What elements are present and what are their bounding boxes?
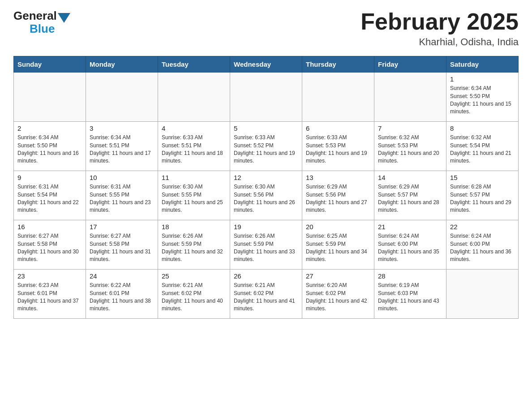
day-number: 25 bbox=[162, 272, 226, 280]
day-info: Sunrise: 6:31 AM Sunset: 5:54 PM Dayligh… bbox=[17, 183, 82, 214]
day-number: 27 bbox=[306, 272, 370, 280]
day-number: 11 bbox=[162, 174, 226, 181]
day-info: Sunrise: 6:34 AM Sunset: 5:51 PM Dayligh… bbox=[90, 134, 154, 165]
day-cell: 23Sunrise: 6:23 AM Sunset: 6:01 PM Dayli… bbox=[14, 270, 86, 319]
day-number: 24 bbox=[90, 272, 154, 280]
day-number: 4 bbox=[162, 124, 226, 132]
day-cell: 16Sunrise: 6:27 AM Sunset: 5:58 PM Dayli… bbox=[14, 220, 86, 270]
day-cell bbox=[86, 73, 158, 122]
day-info: Sunrise: 6:27 AM Sunset: 5:58 PM Dayligh… bbox=[90, 232, 154, 264]
day-info: Sunrise: 6:30 AM Sunset: 5:55 PM Dayligh… bbox=[162, 183, 226, 214]
day-cell: 17Sunrise: 6:27 AM Sunset: 5:58 PM Dayli… bbox=[86, 220, 158, 270]
header-day-monday: Monday bbox=[86, 56, 158, 73]
day-info: Sunrise: 6:33 AM Sunset: 5:53 PM Dayligh… bbox=[306, 134, 370, 165]
day-cell: 20Sunrise: 6:25 AM Sunset: 5:59 PM Dayli… bbox=[302, 220, 374, 270]
day-cell: 19Sunrise: 6:26 AM Sunset: 5:59 PM Dayli… bbox=[230, 220, 302, 270]
header-day-tuesday: Tuesday bbox=[158, 56, 230, 73]
week-row-2: 2Sunrise: 6:34 AM Sunset: 5:50 PM Daylig… bbox=[14, 122, 519, 171]
day-cell bbox=[14, 73, 86, 122]
page-header: General Blue February 2025 Kharhial, Odi… bbox=[13, 9, 519, 48]
day-cell: 10Sunrise: 6:31 AM Sunset: 5:55 PM Dayli… bbox=[86, 171, 158, 220]
day-number: 10 bbox=[90, 174, 154, 181]
day-info: Sunrise: 6:20 AM Sunset: 6:02 PM Dayligh… bbox=[306, 282, 370, 313]
day-cell: 9Sunrise: 6:31 AM Sunset: 5:54 PM Daylig… bbox=[14, 171, 86, 220]
month-title: February 2025 bbox=[360, 9, 519, 34]
day-cell: 11Sunrise: 6:30 AM Sunset: 5:55 PM Dayli… bbox=[158, 171, 230, 220]
day-info: Sunrise: 6:32 AM Sunset: 5:53 PM Dayligh… bbox=[378, 134, 442, 165]
day-info: Sunrise: 6:24 AM Sunset: 6:00 PM Dayligh… bbox=[378, 232, 442, 264]
header-day-friday: Friday bbox=[374, 56, 446, 73]
day-info: Sunrise: 6:21 AM Sunset: 6:02 PM Dayligh… bbox=[234, 282, 298, 313]
day-info: Sunrise: 6:29 AM Sunset: 5:56 PM Dayligh… bbox=[306, 183, 370, 214]
day-info: Sunrise: 6:26 AM Sunset: 5:59 PM Dayligh… bbox=[234, 232, 298, 264]
day-cell: 3Sunrise: 6:34 AM Sunset: 5:51 PM Daylig… bbox=[86, 122, 158, 171]
logo-blue-text: Blue bbox=[30, 22, 55, 36]
day-info: Sunrise: 6:34 AM Sunset: 5:50 PM Dayligh… bbox=[17, 134, 82, 165]
day-cell bbox=[158, 73, 230, 122]
week-row-5: 23Sunrise: 6:23 AM Sunset: 6:01 PM Dayli… bbox=[14, 270, 519, 319]
day-cell bbox=[446, 270, 519, 319]
day-cell: 15Sunrise: 6:28 AM Sunset: 5:57 PM Dayli… bbox=[446, 171, 519, 220]
day-number: 26 bbox=[234, 272, 298, 280]
day-info: Sunrise: 6:33 AM Sunset: 5:52 PM Dayligh… bbox=[234, 134, 298, 165]
day-cell: 26Sunrise: 6:21 AM Sunset: 6:02 PM Dayli… bbox=[230, 270, 302, 319]
week-row-3: 9Sunrise: 6:31 AM Sunset: 5:54 PM Daylig… bbox=[14, 171, 519, 220]
day-number: 21 bbox=[378, 223, 442, 231]
header-row: SundayMondayTuesdayWednesdayThursdayFrid… bbox=[14, 56, 519, 73]
day-info: Sunrise: 6:30 AM Sunset: 5:56 PM Dayligh… bbox=[234, 183, 298, 214]
header-day-sunday: Sunday bbox=[14, 56, 86, 73]
week-row-1: 1Sunrise: 6:34 AM Sunset: 5:50 PM Daylig… bbox=[14, 73, 519, 122]
day-cell: 22Sunrise: 6:24 AM Sunset: 6:00 PM Dayli… bbox=[446, 220, 519, 270]
day-info: Sunrise: 6:27 AM Sunset: 5:58 PM Dayligh… bbox=[17, 232, 82, 264]
day-info: Sunrise: 6:31 AM Sunset: 5:55 PM Dayligh… bbox=[90, 183, 154, 214]
header-day-saturday: Saturday bbox=[446, 56, 519, 73]
header-day-thursday: Thursday bbox=[302, 56, 374, 73]
day-info: Sunrise: 6:23 AM Sunset: 6:01 PM Dayligh… bbox=[17, 282, 82, 313]
logo-general-text: General bbox=[13, 9, 57, 23]
day-number: 28 bbox=[378, 272, 442, 280]
day-number: 9 bbox=[17, 174, 82, 181]
day-cell: 6Sunrise: 6:33 AM Sunset: 5:53 PM Daylig… bbox=[302, 122, 374, 171]
day-number: 6 bbox=[306, 124, 370, 132]
day-number: 12 bbox=[234, 174, 298, 181]
day-cell: 12Sunrise: 6:30 AM Sunset: 5:56 PM Dayli… bbox=[230, 171, 302, 220]
day-number: 8 bbox=[450, 124, 515, 132]
day-number: 7 bbox=[378, 124, 442, 132]
day-number: 23 bbox=[17, 272, 82, 280]
day-cell: 8Sunrise: 6:32 AM Sunset: 5:54 PM Daylig… bbox=[446, 122, 519, 171]
day-number: 18 bbox=[162, 223, 226, 231]
day-info: Sunrise: 6:21 AM Sunset: 6:02 PM Dayligh… bbox=[162, 282, 226, 313]
day-number: 2 bbox=[17, 124, 82, 132]
day-cell: 24Sunrise: 6:22 AM Sunset: 6:01 PM Dayli… bbox=[86, 270, 158, 319]
day-number: 20 bbox=[306, 223, 370, 231]
day-cell: 27Sunrise: 6:20 AM Sunset: 6:02 PM Dayli… bbox=[302, 270, 374, 319]
day-cell: 4Sunrise: 6:33 AM Sunset: 5:51 PM Daylig… bbox=[158, 122, 230, 171]
day-number: 14 bbox=[378, 174, 442, 181]
day-cell: 25Sunrise: 6:21 AM Sunset: 6:02 PM Dayli… bbox=[158, 270, 230, 319]
calendar-table: SundayMondayTuesdayWednesdayThursdayFrid… bbox=[13, 56, 519, 319]
day-info: Sunrise: 6:19 AM Sunset: 6:03 PM Dayligh… bbox=[378, 282, 442, 313]
day-number: 22 bbox=[450, 223, 515, 231]
header-day-wednesday: Wednesday bbox=[230, 56, 302, 73]
day-info: Sunrise: 6:22 AM Sunset: 6:01 PM Dayligh… bbox=[90, 282, 154, 313]
day-number: 13 bbox=[306, 174, 370, 181]
day-cell: 7Sunrise: 6:32 AM Sunset: 5:53 PM Daylig… bbox=[374, 122, 446, 171]
day-info: Sunrise: 6:26 AM Sunset: 5:59 PM Dayligh… bbox=[162, 232, 226, 264]
day-cell: 13Sunrise: 6:29 AM Sunset: 5:56 PM Dayli… bbox=[302, 171, 374, 220]
calendar-header: SundayMondayTuesdayWednesdayThursdayFrid… bbox=[14, 56, 519, 73]
day-info: Sunrise: 6:33 AM Sunset: 5:51 PM Dayligh… bbox=[162, 134, 226, 165]
day-number: 16 bbox=[17, 223, 82, 231]
day-cell: 2Sunrise: 6:34 AM Sunset: 5:50 PM Daylig… bbox=[14, 122, 86, 171]
calendar-body: 1Sunrise: 6:34 AM Sunset: 5:50 PM Daylig… bbox=[14, 73, 519, 319]
day-cell bbox=[302, 73, 374, 122]
day-cell: 5Sunrise: 6:33 AM Sunset: 5:52 PM Daylig… bbox=[230, 122, 302, 171]
day-cell: 28Sunrise: 6:19 AM Sunset: 6:03 PM Dayli… bbox=[374, 270, 446, 319]
day-number: 1 bbox=[450, 75, 515, 83]
day-cell bbox=[230, 73, 302, 122]
day-info: Sunrise: 6:29 AM Sunset: 5:57 PM Dayligh… bbox=[378, 183, 442, 214]
day-number: 19 bbox=[234, 223, 298, 231]
title-block: February 2025 Kharhial, Odisha, India bbox=[360, 9, 519, 48]
day-cell: 18Sunrise: 6:26 AM Sunset: 5:59 PM Dayli… bbox=[158, 220, 230, 270]
day-number: 17 bbox=[90, 223, 154, 231]
logo-triangle-icon bbox=[58, 13, 70, 23]
